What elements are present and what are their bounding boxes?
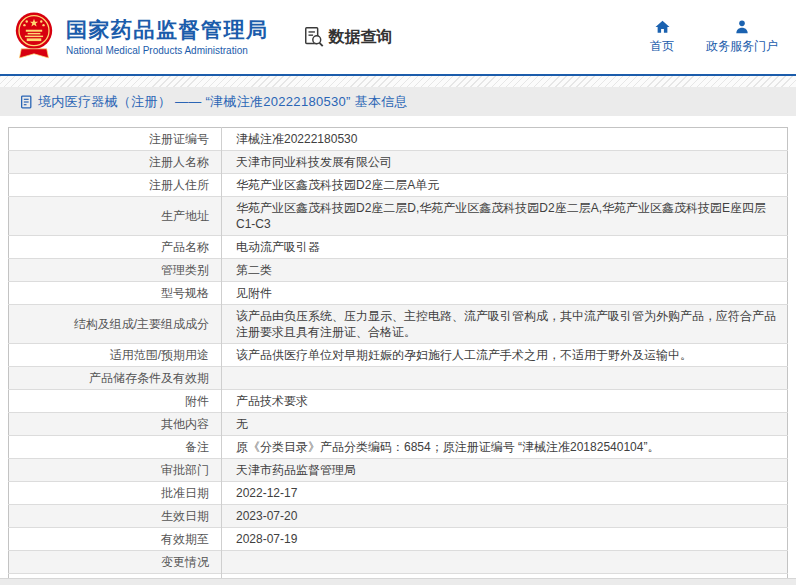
- row-label: 其他内容: [9, 413, 222, 436]
- table-row: 附件产品技术要求: [9, 390, 788, 413]
- table-row: 生效日期2023-07-20: [9, 505, 788, 528]
- row-value: 该产品供医疗单位对早期妊娠的孕妇施行人工流产手术之用，不适用于野外及运输中。: [222, 344, 788, 367]
- national-emblem-icon: [14, 11, 54, 63]
- row-label: 有效期至: [9, 528, 222, 551]
- row-label: 变更情况: [9, 551, 222, 574]
- table-row: 其他内容无: [9, 413, 788, 436]
- table-row: 适用范围/预期用途该产品供医疗单位对早期妊娠的孕妇施行人工流产手术之用，不适用于…: [9, 344, 788, 367]
- info-table-body: 注册证编号津械注准20222180530注册人名称天津市同业科技发展有限公司注册…: [9, 128, 788, 585]
- row-label: 备注: [9, 436, 222, 459]
- table-row: 生产地址华苑产业区鑫茂科技园D2座二层D,华苑产业区鑫茂科技园D2座二层A,华苑…: [9, 197, 788, 236]
- table-row: 备注原《分类目录》产品分类编码：6854；原注册证编号 “津械注准2018254…: [9, 436, 788, 459]
- table-row: 产品储存条件及有效期: [9, 367, 788, 390]
- row-value: 产品技术要求: [222, 390, 788, 413]
- org-name-en: National Medical Products Administration: [66, 44, 269, 57]
- row-value: 天津市药品监督管理局: [222, 459, 788, 482]
- hatched-separator: [0, 76, 796, 87]
- table-row: 产品名称电动流产吸引器: [9, 236, 788, 259]
- row-value: 见附件: [222, 282, 788, 305]
- row-value: 电动流产吸引器: [222, 236, 788, 259]
- header-nav: 首页 政务服务门户: [650, 19, 778, 55]
- row-value: [222, 367, 788, 390]
- document-search-icon: [303, 26, 325, 48]
- row-value: [222, 551, 788, 574]
- document-icon: [20, 95, 33, 109]
- row-label: 批准日期: [9, 482, 222, 505]
- nav-gov-portal[interactable]: 政务服务门户: [706, 19, 778, 55]
- row-label: 生效日期: [9, 505, 222, 528]
- row-value: 津械注准20222180530: [222, 128, 788, 151]
- row-value: 该产品由负压系统、压力显示、主控电路、流产吸引管构成，其中流产吸引管为外购产品，…: [222, 305, 788, 344]
- data-query-label: 数据查询: [329, 27, 393, 48]
- breadcrumb-text: 境内医疗器械（注册） —— “津械注准20222180530” 基本信息: [38, 93, 408, 111]
- table-row: 有效期至2028-07-19: [9, 528, 788, 551]
- nav-home[interactable]: 首页: [650, 19, 674, 55]
- row-value: 2028-07-19: [222, 528, 788, 551]
- org-name-zh: 国家药品监督管理局: [66, 18, 269, 42]
- table-row: 型号规格见附件: [9, 282, 788, 305]
- row-label: 产品名称: [9, 236, 222, 259]
- row-label: 注册证编号: [9, 128, 222, 151]
- user-icon: [734, 19, 750, 35]
- org-names: 国家药品监督管理局 National Medical Products Admi…: [66, 18, 269, 57]
- table-row: 管理类别第二类: [9, 259, 788, 282]
- row-value: 华苑产业区鑫茂科技园D2座二层D,华苑产业区鑫茂科技园D2座二层A,华苑产业区鑫…: [222, 197, 788, 236]
- table-row: 审批部门天津市药品监督管理局: [9, 459, 788, 482]
- row-label: 附件: [9, 390, 222, 413]
- row-label: 注册人住所: [9, 174, 222, 197]
- data-query-title[interactable]: 数据查询: [303, 26, 393, 48]
- table-row: 结构及组成/主要组成成分该产品由负压系统、压力显示、主控电路、流产吸引管构成，其…: [9, 305, 788, 344]
- row-label: 结构及组成/主要组成成分: [9, 305, 222, 344]
- row-value: 第二类: [222, 259, 788, 282]
- table-row: 批准日期2022-12-17: [9, 482, 788, 505]
- registration-info-section: 注册证编号津械注准20222180530注册人名称天津市同业科技发展有限公司注册…: [8, 127, 788, 585]
- row-label: 注册人名称: [9, 151, 222, 174]
- footer-strip: [0, 578, 796, 585]
- site-header: 国家药品监督管理局 National Medical Products Admi…: [0, 0, 796, 76]
- table-row: 变更情况: [9, 551, 788, 574]
- row-value: 2022-12-17: [222, 482, 788, 505]
- row-label: 审批部门: [9, 459, 222, 482]
- row-label: 管理类别: [9, 259, 222, 282]
- row-value: 原《分类目录》产品分类编码：6854；原注册证编号 “津械注准201825401…: [222, 436, 788, 459]
- row-label: 生产地址: [9, 197, 222, 236]
- nav-gov-portal-label: 政务服务门户: [706, 38, 778, 55]
- row-label: 型号规格: [9, 282, 222, 305]
- table-row: 注册证编号津械注准20222180530: [9, 128, 788, 151]
- breadcrumb: 境内医疗器械（注册） —— “津械注准20222180530” 基本信息: [0, 87, 796, 116]
- row-value: 无: [222, 413, 788, 436]
- row-value: 华苑产业区鑫茂科技园D2座二层A单元: [222, 174, 788, 197]
- row-label: 产品储存条件及有效期: [9, 367, 222, 390]
- site-logo[interactable]: 国家药品监督管理局 National Medical Products Admi…: [10, 11, 269, 63]
- table-row: 注册人名称天津市同业科技发展有限公司: [9, 151, 788, 174]
- registration-info-table: 注册证编号津械注准20222180530注册人名称天津市同业科技发展有限公司注册…: [8, 127, 788, 585]
- home-icon: [654, 19, 671, 35]
- table-row: 注册人住所华苑产业区鑫茂科技园D2座二层A单元: [9, 174, 788, 197]
- nav-home-label: 首页: [650, 38, 674, 55]
- row-label: 适用范围/预期用途: [9, 344, 222, 367]
- row-value: 2023-07-20: [222, 505, 788, 528]
- row-value: 天津市同业科技发展有限公司: [222, 151, 788, 174]
